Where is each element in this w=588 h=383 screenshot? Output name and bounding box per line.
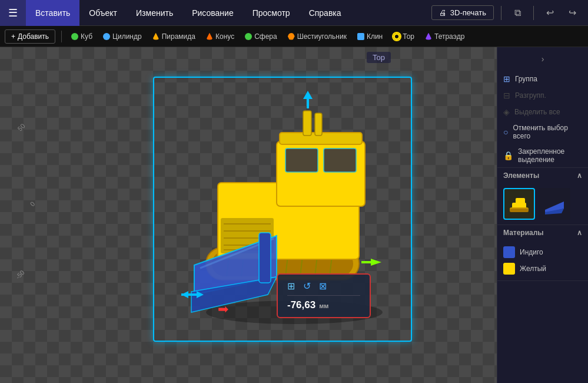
wedge-label: Клин	[367, 32, 383, 41]
material-yellow[interactable]: Желтый	[503, 260, 582, 277]
svg-rect-34	[181, 293, 197, 296]
select-all-icon: ◈	[503, 107, 510, 117]
element-blue-thumb[interactable]	[539, 188, 570, 220]
cone-label: Конус	[215, 32, 234, 41]
actions-section: ⊞ Группа ⊟ Разгрупп. ◈ Выделить все ○ От…	[497, 71, 588, 168]
transform-unit: мм	[319, 302, 328, 309]
menu-item-change[interactable]: Изменить	[127, 0, 182, 26]
material-indigo[interactable]: Индиго	[503, 244, 582, 260]
svg-rect-20	[324, 148, 356, 172]
deselect-icon: ○	[503, 127, 508, 137]
menu-bar: ☰ Вставить Объект Изменить Рисование Про…	[0, 0, 588, 26]
shape-hexagon[interactable]: Шестиугольник	[284, 31, 350, 42]
menu-item-view[interactable]: Просмотр	[243, 0, 300, 26]
undo-icon: ↩	[546, 7, 554, 18]
yellow-label: Желтый	[520, 265, 546, 273]
svg-rect-38	[510, 209, 529, 212]
toolbar: + Добавить Куб Цилиндр Пирамида Конус Сф…	[0, 26, 588, 47]
undo-button[interactable]: ↩	[541, 4, 559, 22]
materials-header: Материалы ∧	[497, 225, 588, 240]
hexagon-icon	[288, 33, 295, 40]
share-button[interactable]: ⧉	[509, 4, 526, 22]
sphere-label: Сфера	[254, 32, 277, 41]
lock-selection-button[interactable]: 🔒 Закрепленное выделение	[497, 144, 588, 167]
panel-collapse-button[interactable]: ›	[534, 51, 551, 67]
shape-cylinder[interactable]: Цилиндр	[99, 31, 145, 42]
menu-item-insert[interactable]: Вставить	[26, 0, 79, 26]
element-yellow-icon	[507, 192, 531, 216]
tetrahedron-label: Тетраэдр	[434, 32, 464, 41]
yellow-swatch	[503, 263, 515, 275]
wedge-icon	[357, 33, 364, 40]
group-button[interactable]: ⊞ Группа	[497, 71, 588, 87]
shape-cube[interactable]: Куб	[68, 31, 96, 42]
hamburger-button[interactable]: ☰	[0, 0, 26, 26]
view-label: Top	[367, 52, 391, 63]
svg-rect-36	[516, 198, 525, 204]
move-icon[interactable]: ⊞	[287, 280, 295, 292]
select-all-button[interactable]: ◈ Выделить все	[497, 104, 588, 120]
svg-rect-29	[307, 99, 309, 108]
lock-label: Закрепленное выделение	[518, 147, 582, 164]
main-area: 50 0 -50 Top	[0, 47, 588, 383]
elements-title: Элементы	[503, 171, 539, 180]
right-panel: › ⊞ Группа ⊟ Разгрупп. ◈ Выделить все ○ …	[497, 47, 588, 383]
group-icon: ⊞	[503, 74, 510, 84]
menu-divider-2	[533, 6, 534, 20]
print-button[interactable]: 🖨 3D-печать	[431, 5, 494, 20]
shape-tetrahedron[interactable]: Тетраэдр	[421, 31, 468, 42]
toolbar-divider	[61, 31, 62, 42]
print-label: 3D-печать	[450, 8, 486, 17]
transform-icons: ⊞ ↺ ⊠	[287, 280, 360, 296]
svg-rect-19	[285, 148, 318, 172]
menu-items: Вставить Объект Изменить Рисование Просм…	[26, 0, 351, 26]
element-yellow-thumb[interactable]	[503, 188, 535, 220]
shape-sphere[interactable]: Сфера	[241, 31, 281, 42]
menu-item-help[interactable]: Справка	[300, 0, 351, 26]
materials-chevron[interactable]: ∧	[577, 229, 582, 237]
ungroup-label: Разгрупп.	[515, 91, 546, 100]
shape-torus[interactable]: Тор	[390, 31, 418, 42]
svg-marker-30	[371, 259, 381, 266]
ungroup-icon: ⊟	[503, 91, 510, 100]
elements-header: Элементы ∧	[497, 168, 588, 183]
canvas[interactable]: 50 0 -50 Top	[0, 47, 497, 383]
shape-cone[interactable]: Конус	[202, 31, 238, 42]
hexagon-label: Шестиугольник	[297, 32, 347, 41]
elements-grid	[497, 183, 588, 224]
indigo-swatch	[503, 246, 515, 258]
menu-divider	[501, 6, 501, 20]
cylinder-icon	[103, 33, 110, 40]
rotate-icon[interactable]: ↺	[303, 280, 311, 292]
pyramid-label: Пирамида	[162, 32, 195, 41]
transform-value: -76,63 мм	[287, 299, 360, 311]
add-button[interactable]: + Добавить	[5, 29, 55, 44]
redo-icon: ↪	[569, 7, 576, 18]
tetrahedron-icon	[425, 33, 432, 40]
deselect-label: Отменить выбор всего	[513, 124, 582, 140]
model-container[interactable]: ➡ ⊞ ↺ ⊠ -76,63 мм	[159, 82, 406, 336]
torus-icon	[393, 33, 400, 40]
elements-chevron[interactable]: ∧	[577, 171, 582, 180]
deselect-button[interactable]: ○ Отменить выбор всего	[497, 120, 588, 144]
transform-popup: ⊞ ↺ ⊠ -76,63 мм	[277, 273, 371, 318]
svg-rect-27	[259, 233, 271, 283]
shape-pyramid[interactable]: Пирамида	[149, 31, 199, 42]
materials-section: Материалы ∧ Индиго Желтый	[497, 225, 588, 281]
torus-label: Тор	[403, 32, 414, 41]
materials-list: Индиго Желтый	[497, 240, 588, 280]
ungroup-button[interactable]: ⊟ Разгрупп.	[497, 87, 588, 104]
sphere-icon	[245, 33, 252, 40]
scale-icon[interactable]: ⊠	[319, 280, 327, 292]
menu-item-draw[interactable]: Рисование	[182, 0, 243, 26]
materials-title: Материалы	[503, 229, 544, 237]
add-label: Добавить	[18, 32, 49, 41]
shape-wedge[interactable]: Клин	[354, 31, 386, 42]
menu-item-object[interactable]: Объект	[79, 0, 127, 26]
svg-marker-28	[303, 91, 313, 99]
printer-icon: 🖨	[439, 8, 447, 17]
pyramid-icon	[152, 33, 160, 40]
redo-button[interactable]: ↪	[563, 4, 581, 22]
lock-icon: 🔒	[503, 151, 513, 160]
group-label: Группа	[515, 75, 537, 83]
